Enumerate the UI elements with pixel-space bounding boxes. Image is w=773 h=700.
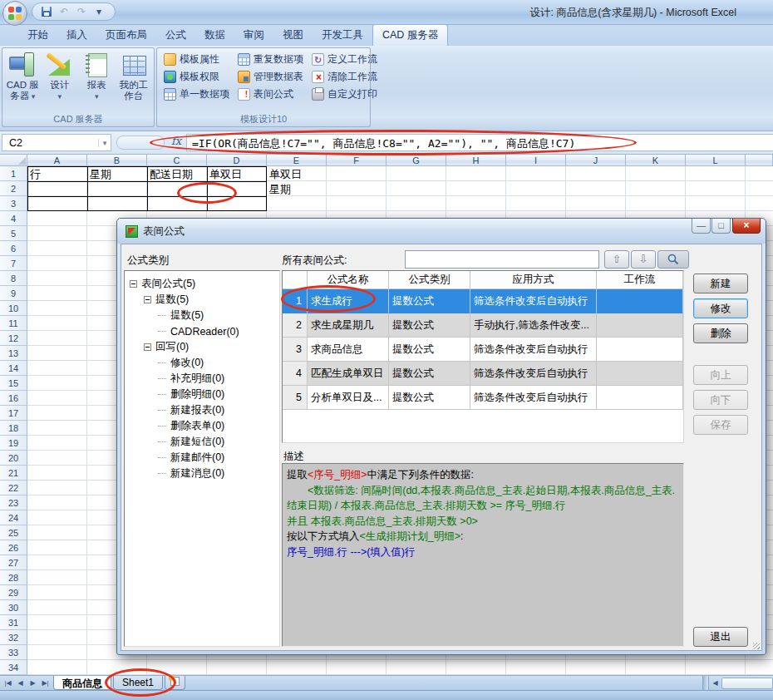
dialog-minimize-button[interactable]: —	[692, 219, 711, 234]
column-header-B[interactable]: B	[87, 155, 147, 166]
ribbon-tab-8[interactable]: CAD 服务器	[372, 24, 448, 46]
row-header-26[interactable]: 26	[0, 540, 27, 555]
scrollbar-thumb[interactable]	[721, 678, 773, 689]
row-header-29[interactable]: 29	[0, 585, 27, 600]
ribbon-tab-3[interactable]: 公式	[156, 25, 195, 46]
ribbon-tab-0[interactable]: 开始	[18, 25, 57, 46]
column-header-E[interactable]: E	[267, 155, 327, 166]
ribbon-small-button-6[interactable]: 定义工作流	[308, 51, 381, 68]
row-header-27[interactable]: 27	[0, 555, 27, 570]
column-header-H[interactable]: H	[446, 155, 506, 166]
select-all-corner[interactable]	[0, 155, 27, 166]
row-header-2[interactable]: 2	[0, 181, 27, 196]
search-button[interactable]	[657, 250, 689, 269]
sheet-tab-0[interactable]: 商品信息	[53, 676, 111, 690]
column-header-L[interactable]: L	[686, 155, 746, 166]
row-header-22[interactable]: 22	[0, 481, 27, 495]
redo-button[interactable]: ↷	[74, 4, 89, 19]
row-header-17[interactable]: 17	[0, 406, 27, 421]
tree-item-9[interactable]: 删除表单(0)	[125, 418, 279, 434]
tree-item-7[interactable]: 删除明细(0)	[125, 387, 279, 402]
row-header-28[interactable]: 28	[0, 570, 27, 585]
column-header-A[interactable]: A	[27, 155, 87, 166]
qat-customize-dropdown[interactable]: ▾	[91, 4, 106, 19]
row-header-9[interactable]: 9	[0, 286, 27, 301]
row-header-30[interactable]: 30	[0, 600, 27, 615]
table-row[interactable]: 2求生成星期几提数公式手动执行,筛选条件改变...	[283, 313, 683, 338]
tree-item-6[interactable]: 补充明细(0)	[125, 371, 279, 387]
dialog-close-button[interactable]: ×	[732, 219, 761, 234]
name-box[interactable]: C2 ▾	[2, 134, 111, 151]
insert-worksheet-tab[interactable]	[165, 676, 185, 690]
ribbon-small-button-5[interactable]: 表间公式	[234, 86, 307, 103]
resize-grip[interactable]	[753, 643, 760, 649]
ribbon-big-button-1[interactable]: 设计 ▾	[42, 50, 79, 113]
collapse-icon[interactable]	[144, 343, 151, 351]
row-header-11[interactable]: 11	[0, 316, 27, 331]
ribbon-small-button-4[interactable]: 管理数据表	[234, 68, 307, 86]
ribbon-big-button-3[interactable]: 我的工作台	[116, 50, 153, 113]
move-up-arrow-button[interactable]: ⇧	[604, 250, 629, 269]
tree-item-12[interactable]: 新建消息(0)	[125, 466, 279, 481]
table-row[interactable]: 3求商品信息提数公式筛选条件改变后自动执行	[283, 338, 683, 362]
ribbon-tab-5[interactable]: 审阅	[234, 25, 273, 46]
ribbon-tab-6[interactable]: 视图	[273, 25, 313, 46]
row-header-8[interactable]: 8	[0, 271, 27, 286]
column-header-4[interactable]: 工作流	[597, 271, 683, 289]
save-button[interactable]	[39, 4, 54, 19]
office-button[interactable]	[2, 1, 27, 26]
row-header-32[interactable]: 32	[0, 630, 27, 645]
scroll-left-icon[interactable]: ◀	[709, 679, 721, 687]
row-header-33[interactable]: 33	[0, 645, 27, 660]
tree-item-8[interactable]: 新建报表(0)	[125, 402, 279, 418]
row-header-3[interactable]: 3	[0, 196, 27, 211]
row-header-19[interactable]: 19	[0, 436, 27, 451]
column-header-J[interactable]: J	[566, 155, 626, 166]
ribbon-small-button-8[interactable]: 自定义打印	[308, 86, 381, 103]
tree-item-1[interactable]: 提数(5)	[125, 292, 279, 308]
ribbon-small-button-1[interactable]: 模板权限	[160, 68, 233, 86]
horizontal-scrollbar[interactable]: ◀	[708, 676, 773, 690]
row-header-24[interactable]: 24	[0, 510, 27, 525]
row-header-4[interactable]: 4	[0, 211, 27, 226]
row-header-23[interactable]: 23	[0, 495, 27, 510]
undo-button[interactable]: ↶	[57, 4, 71, 19]
ribbon-small-button-2[interactable]: 单一数据项	[160, 86, 233, 103]
column-header-1[interactable]: 公式名称	[308, 271, 389, 289]
row-header-16[interactable]: 16	[0, 391, 27, 406]
row-header-18[interactable]: 18	[0, 421, 27, 436]
sheet-tab-1[interactable]: Sheet1	[113, 676, 163, 690]
row-header-20[interactable]: 20	[0, 451, 27, 466]
row-header-10[interactable]: 10	[0, 301, 27, 316]
ribbon-tab-1[interactable]: 插入	[57, 25, 96, 46]
table-row[interactable]: 5分析单双日及...提数公式筛选条件改变后自动执行	[283, 386, 683, 410]
tree-item-3[interactable]: CADReader(0)	[125, 323, 279, 339]
tree-item-0[interactable]: 表间公式(5)	[125, 276, 279, 292]
ribbon-tab-2[interactable]: 页面布局	[96, 25, 156, 46]
tab-split-handle[interactable]	[702, 676, 708, 690]
dialog-maximize-button[interactable]: □	[711, 219, 731, 234]
first-sheet-button[interactable]: |◀	[2, 679, 13, 687]
column-header-F[interactable]: F	[327, 155, 386, 166]
delete-button[interactable]: 删除	[693, 323, 748, 343]
prev-sheet-button[interactable]: ◀	[15, 679, 26, 687]
collapse-icon[interactable]	[130, 280, 137, 288]
column-header-K[interactable]: K	[626, 155, 686, 166]
row-header-34[interactable]: 34	[0, 660, 27, 675]
collapse-icon[interactable]	[144, 296, 151, 303]
row-header-5[interactable]: 5	[0, 226, 27, 241]
chevron-down-icon[interactable]: ▾	[98, 139, 111, 147]
ribbon-big-button-0[interactable]: CAD 服务器 ▾	[4, 50, 42, 113]
column-header-2[interactable]: 公式类别	[389, 271, 470, 289]
ribbon-tab-7[interactable]: 开发工具	[313, 25, 372, 46]
last-sheet-button[interactable]: ▶|	[40, 679, 51, 687]
row-header-1[interactable]: 1	[0, 166, 27, 181]
tree-item-11[interactable]: 新建邮件(0)	[125, 450, 279, 466]
ribbon-small-button-3[interactable]: 重复数据项	[234, 51, 307, 68]
tree-item-5[interactable]: 修改(0)	[125, 355, 279, 371]
tree-item-2[interactable]: 提数(5)	[125, 308, 279, 323]
column-header-G[interactable]: G	[386, 155, 446, 166]
exit-button[interactable]: 退出	[693, 627, 748, 647]
row-header-21[interactable]: 21	[0, 466, 27, 481]
tree-item-4[interactable]: 回写(0)	[125, 339, 279, 355]
